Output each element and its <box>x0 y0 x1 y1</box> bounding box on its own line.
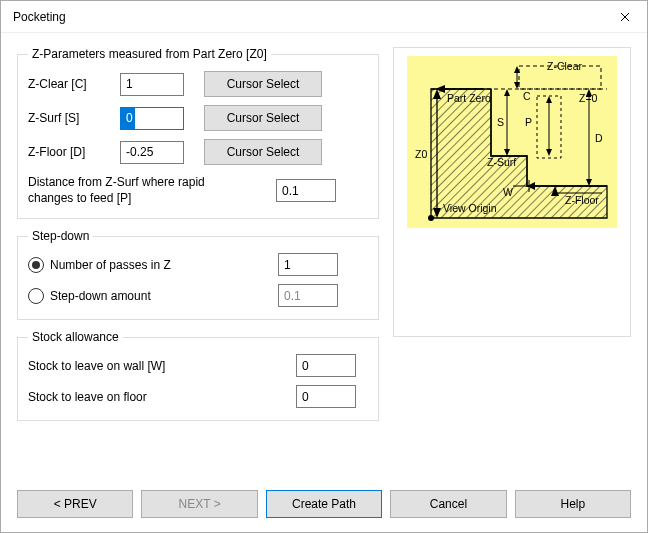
passes-radio[interactable] <box>28 257 44 273</box>
diagram-vieworigin-label: View Origin <box>443 202 497 214</box>
z-clear-label: Z-Clear [C] <box>28 77 120 91</box>
cancel-button[interactable]: Cancel <box>390 490 506 518</box>
diagram-z0-label: Z0 <box>415 148 427 160</box>
dialog-body: Z-Parameters measured from Part Zero [Z0… <box>1 33 647 484</box>
diagram-w-label: W <box>503 186 513 198</box>
close-button[interactable] <box>603 2 647 32</box>
svg-marker-20 <box>586 179 592 186</box>
z-surf-input[interactable] <box>120 107 184 130</box>
titlebar: Pocketing <box>1 1 647 33</box>
z-floor-cursor-select-button[interactable]: Cursor Select <box>204 139 322 165</box>
diagram-panel: Z-Clear Part Zero C Z=0 S P Z0 Z-Surf D … <box>393 47 631 337</box>
create-path-button[interactable]: Create Path <box>266 490 382 518</box>
svg-marker-17 <box>546 149 552 156</box>
diagram-s-label: S <box>497 116 504 128</box>
diagram-d-label: D <box>595 132 603 144</box>
step-down-legend: Step-down <box>28 229 93 243</box>
close-icon <box>620 12 630 22</box>
passes-input[interactable] <box>278 253 338 276</box>
stock-floor-label: Stock to leave on floor <box>28 390 278 404</box>
z-floor-input[interactable] <box>120 141 184 164</box>
rapid-feed-input[interactable] <box>276 179 336 202</box>
diagram-c-label: C <box>523 90 531 102</box>
stock-wall-input[interactable] <box>296 354 356 377</box>
svg-marker-16 <box>546 96 552 103</box>
z-clear-input[interactable] <box>120 73 184 96</box>
passes-radio-label[interactable]: Number of passes in Z <box>50 258 260 272</box>
stock-wall-label: Stock to leave on wall [W] <box>28 359 278 373</box>
window-title: Pocketing <box>13 10 603 24</box>
next-button: NEXT > <box>141 490 257 518</box>
svg-marker-14 <box>504 149 510 156</box>
button-bar: < PREV NEXT > Create Path Cancel Help <box>1 484 647 532</box>
z-parameters-group: Z-Parameters measured from Part Zero [Z0… <box>17 47 379 219</box>
rapid-feed-label: Distance from Z-Surf where rapid changes… <box>28 175 248 206</box>
svg-marker-13 <box>504 89 510 96</box>
stock-allowance-group: Stock allowance Stock to leave on wall [… <box>17 330 379 421</box>
z-surf-cursor-select-button[interactable]: Cursor Select <box>204 105 322 131</box>
stock-floor-input[interactable] <box>296 385 356 408</box>
z-floor-label: Z-Floor [D] <box>28 145 120 159</box>
z-parameters-diagram: Z-Clear Part Zero C Z=0 S P Z0 Z-Surf D … <box>407 56 617 228</box>
pocketing-dialog: Pocketing Z-Parameters measured from Par… <box>0 0 648 533</box>
diagram-zclear-label: Z-Clear <box>547 60 582 72</box>
amount-radio-label[interactable]: Step-down amount <box>50 289 260 303</box>
z-clear-cursor-select-button[interactable]: Cursor Select <box>204 71 322 97</box>
svg-point-27 <box>428 215 434 221</box>
diagram-p-label: P <box>525 116 532 128</box>
amount-input <box>278 284 338 307</box>
z-parameters-legend: Z-Parameters measured from Part Zero [Z0… <box>28 47 271 61</box>
diagram-zsurf-label: Z-Surf <box>487 156 516 168</box>
step-down-group: Step-down Number of passes in Z Step-dow… <box>17 229 379 320</box>
amount-radio[interactable] <box>28 288 44 304</box>
prev-button[interactable]: < PREV <box>17 490 133 518</box>
diagram-z0eq-label: Z=0 <box>579 92 597 104</box>
radio-dot-icon <box>32 261 40 269</box>
stock-allowance-legend: Stock allowance <box>28 330 123 344</box>
z-surf-label: Z-Surf [S] <box>28 111 120 125</box>
diagram-partzero-label: Part Zero <box>447 92 491 104</box>
help-button[interactable]: Help <box>515 490 631 518</box>
diagram-zfloor-label: Z-Floor <box>565 194 599 206</box>
